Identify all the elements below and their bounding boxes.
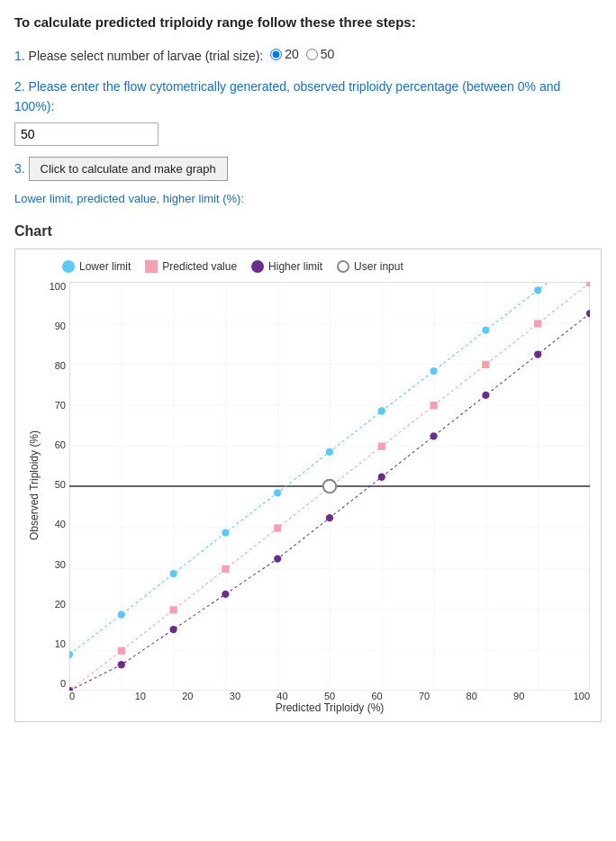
step1-label: 1.	[14, 49, 25, 63]
graph-wrapper: Observed Triploidy (%) 0 10 20 30 40 50 …	[26, 282, 590, 714]
legend-higher-limit-label: Higher limit	[268, 260, 322, 273]
step1-text: Please select number of larvae (trial si…	[29, 49, 264, 63]
svg-rect-20	[430, 402, 437, 409]
x-tick-90: 90	[495, 691, 543, 701]
svg-point-28	[274, 555, 281, 562]
legend-user-input: User input	[337, 260, 403, 273]
step3-label: 3.	[14, 161, 25, 176]
larvae-radio-group: 20 50	[270, 44, 334, 64]
chart-section: Chart Lower limit Predicted value Higher…	[14, 223, 602, 722]
svg-rect-19	[378, 442, 385, 449]
y-tick-60: 60	[42, 440, 69, 450]
svg-point-9	[378, 407, 385, 414]
svg-point-6	[222, 529, 229, 536]
x-tick-30: 30	[212, 691, 259, 701]
radio-50-label[interactable]: 50	[306, 44, 335, 64]
chart-container: Lower limit Predicted value Higher limit…	[14, 249, 602, 722]
y-tick-20: 20	[42, 600, 69, 610]
x-tick-80: 80	[448, 691, 495, 701]
x-tick-70: 70	[401, 691, 448, 701]
svg-point-11	[482, 326, 489, 333]
svg-point-33	[534, 350, 541, 357]
y-tick-70: 70	[42, 401, 69, 411]
y-tick-90: 90	[42, 321, 69, 331]
svg-rect-21	[482, 361, 489, 368]
svg-point-29	[326, 514, 333, 521]
legend-predicted-value: Predicted value	[145, 260, 237, 273]
svg-rect-23	[586, 282, 590, 286]
svg-point-8	[326, 448, 333, 456]
svg-point-32	[482, 392, 489, 399]
chart-svg	[69, 282, 590, 691]
svg-rect-14	[118, 647, 125, 654]
svg-rect-22	[534, 320, 541, 327]
legend-predicted-value-label: Predicted value	[162, 260, 237, 273]
main-title: To calculate predicted triploidy range f…	[14, 14, 602, 30]
y-tick-100: 100	[42, 282, 69, 292]
y-axis-label: Observed Triploidy (%)	[26, 282, 42, 689]
svg-point-7	[274, 489, 281, 496]
svg-rect-15	[169, 606, 177, 613]
result-label: Lower limit, predicted value, higher lim…	[14, 192, 602, 205]
radio-50[interactable]	[306, 49, 318, 60]
x-tick-10: 10	[117, 691, 165, 701]
svg-point-26	[169, 626, 177, 633]
y-tick-0: 0	[42, 679, 69, 689]
triploidy-input[interactable]	[14, 122, 159, 146]
chart-legend: Lower limit Predicted value Higher limit…	[62, 260, 590, 273]
x-axis-label: Predicted Triploidy (%)	[69, 701, 590, 714]
y-tick-50: 50	[42, 480, 69, 490]
svg-rect-17	[274, 524, 281, 531]
radio-20[interactable]	[270, 49, 282, 60]
legend-user-input-label: User input	[354, 260, 403, 273]
step3: 3. Click to calculate and make graph	[14, 157, 602, 181]
svg-point-25	[118, 661, 125, 668]
y-tick-10: 10	[42, 639, 69, 649]
svg-rect-16	[222, 565, 229, 573]
svg-point-31	[430, 432, 437, 439]
svg-point-4	[118, 610, 125, 618]
y-tick-80: 80	[42, 361, 69, 371]
svg-point-30	[378, 473, 385, 480]
legend-lower-limit-label: Lower limit	[79, 260, 131, 273]
svg-point-5	[169, 570, 177, 577]
y-ticks: 0 10 20 30 40 50 60 70 80 90 100	[42, 282, 69, 689]
calculate-button[interactable]: Click to calculate and make graph	[29, 157, 228, 181]
y-tick-30: 30	[42, 560, 69, 570]
x-tick-0: 0	[69, 691, 117, 701]
chart-title: Chart	[14, 223, 602, 240]
predicted-value-square-icon	[145, 260, 158, 273]
svg-point-27	[222, 591, 229, 598]
svg-point-35	[323, 480, 336, 493]
step2-text: Please enter the flow cytometrically gen…	[14, 79, 560, 113]
x-tick-100: 100	[542, 691, 590, 701]
legend-higher-limit: Higher limit	[251, 260, 322, 273]
x-tick-20: 20	[164, 691, 212, 701]
x-tick-40: 40	[258, 691, 306, 701]
x-ticks: 0 10 20 30 40 50 60 70 80 90 100	[69, 691, 590, 701]
user-input-circle-icon	[337, 260, 349, 273]
higher-limit-dot-icon	[251, 260, 264, 273]
radio-20-label[interactable]: 20	[270, 44, 299, 64]
step1: 1. Please select number of larvae (trial…	[14, 44, 602, 66]
svg-point-12	[534, 286, 541, 294]
step2-label: 2.	[14, 79, 25, 94]
x-tick-60: 60	[353, 691, 401, 701]
y-tick-40: 40	[42, 520, 69, 529]
svg-point-10	[430, 367, 437, 375]
legend-lower-limit: Lower limit	[62, 260, 131, 273]
lower-limit-dot-icon	[62, 260, 75, 273]
step2: 2. Please enter the flow cytometrically …	[14, 77, 602, 146]
x-tick-50: 50	[306, 691, 354, 701]
